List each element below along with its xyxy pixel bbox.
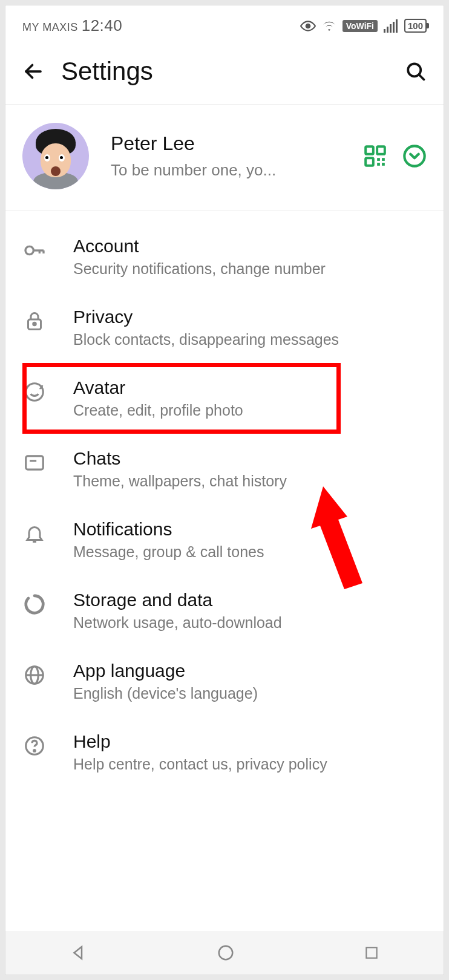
- svg-rect-2: [387, 27, 388, 33]
- key-icon: [22, 238, 47, 263]
- avatar[interactable]: [22, 123, 89, 189]
- svg-point-22: [33, 322, 36, 325]
- settings-item-title: Storage and data: [73, 590, 419, 610]
- svg-point-16: [404, 146, 424, 166]
- settings-item-avatar[interactable]: Avatar Create, edit, profile photo: [5, 363, 444, 434]
- profile-status: To be number one, yo...: [111, 161, 342, 180]
- svg-point-23: [26, 384, 44, 401]
- svg-rect-10: [377, 146, 385, 154]
- battery-indicator: 100: [404, 19, 427, 33]
- nav-back-icon[interactable]: [70, 944, 88, 962]
- settings-item-title: App language: [73, 661, 419, 681]
- clock-label: 12:40: [82, 16, 123, 35]
- settings-item-subtitle: Message, group & call tones: [73, 543, 419, 561]
- settings-item-title: Help: [73, 731, 419, 752]
- svg-point-0: [306, 24, 310, 28]
- page-title: Settings: [61, 57, 388, 86]
- settings-item-language[interactable]: App language English (device's language): [5, 646, 444, 717]
- app-header: Settings: [5, 46, 444, 105]
- settings-item-title: Privacy: [73, 307, 419, 327]
- data-usage-icon: [22, 592, 47, 616]
- carrier-label: MY MAXIS: [22, 21, 78, 34]
- navigation-bar: [5, 931, 444, 975]
- settings-item-subtitle: Security notifications, change number: [73, 260, 419, 278]
- settings-item-storage[interactable]: Storage and data Network usage, auto-dow…: [5, 575, 444, 646]
- chat-icon: [22, 451, 47, 475]
- svg-rect-4: [393, 22, 395, 33]
- device-frame: MY MAXIS 12:40 VoWiFi 100 Settings: [5, 5, 444, 975]
- settings-item-title: Notifications: [73, 519, 419, 540]
- back-icon[interactable]: [22, 60, 44, 82]
- battery-level-label: 100: [408, 21, 423, 31]
- lock-icon: [22, 309, 47, 333]
- svg-rect-15: [382, 163, 385, 166]
- svg-rect-14: [377, 163, 380, 166]
- profile-name: Peter Lee: [111, 132, 342, 155]
- status-bar: MY MAXIS 12:40 VoWiFi 100: [5, 5, 444, 46]
- settings-item-subtitle: Help centre, contact us, privacy policy: [73, 756, 419, 773]
- chevron-down-circle-icon[interactable]: [402, 144, 427, 168]
- bell-icon: [22, 521, 47, 546]
- nav-home-icon[interactable]: [217, 944, 235, 962]
- vowifi-badge: VoWiFi: [342, 20, 378, 32]
- status-left: MY MAXIS 12:40: [22, 16, 122, 35]
- svg-rect-35: [366, 947, 376, 958]
- settings-item-account[interactable]: Account Security notifications, change n…: [5, 221, 444, 292]
- settings-item-subtitle: Create, edit, profile photo: [73, 402, 419, 419]
- settings-list: Account Security notifications, change n…: [5, 211, 444, 799]
- profile-actions: [364, 144, 427, 168]
- svg-rect-9: [365, 146, 373, 154]
- settings-item-title: Account: [73, 236, 419, 256]
- status-right: VoWiFi 100: [300, 18, 427, 34]
- avatar-face-icon: [22, 380, 47, 404]
- settings-item-privacy[interactable]: Privacy Block contacts, disappearing mes…: [5, 292, 444, 363]
- svg-point-17: [25, 246, 33, 254]
- eye-icon: [300, 18, 316, 34]
- svg-rect-13: [382, 158, 385, 161]
- svg-rect-5: [396, 19, 398, 33]
- svg-rect-1: [384, 29, 385, 33]
- qr-code-icon[interactable]: [364, 145, 387, 168]
- svg-point-31: [34, 750, 36, 752]
- profile-text: Peter Lee To be number one, yo...: [111, 132, 342, 180]
- settings-item-title: Chats: [73, 448, 419, 469]
- settings-item-title: Avatar: [73, 377, 419, 398]
- profile-section[interactable]: Peter Lee To be number one, yo...: [5, 105, 444, 211]
- svg-marker-33: [74, 947, 82, 959]
- settings-item-chats[interactable]: Chats Theme, wallpapers, chat history: [5, 434, 444, 505]
- settings-item-subtitle: Network usage, auto-download: [73, 614, 419, 632]
- svg-point-34: [219, 946, 233, 960]
- svg-line-8: [419, 74, 424, 79]
- signal-icon: [384, 19, 398, 33]
- nav-recent-icon[interactable]: [364, 945, 379, 961]
- svg-rect-3: [390, 24, 392, 33]
- settings-item-subtitle: Theme, wallpapers, chat history: [73, 472, 419, 490]
- svg-rect-24: [26, 456, 44, 469]
- help-icon: [22, 734, 47, 758]
- svg-rect-11: [365, 158, 373, 166]
- settings-item-notifications[interactable]: Notifications Message, group & call tone…: [5, 505, 444, 575]
- settings-item-help[interactable]: Help Help centre, contact us, privacy po…: [5, 717, 444, 788]
- globe-icon: [22, 663, 47, 687]
- wifi-icon: [322, 19, 336, 33]
- search-icon[interactable]: [405, 60, 427, 82]
- svg-rect-12: [377, 158, 380, 161]
- settings-item-subtitle: Block contacts, disappearing messages: [73, 331, 419, 348]
- settings-item-subtitle: English (device's language): [73, 685, 419, 702]
